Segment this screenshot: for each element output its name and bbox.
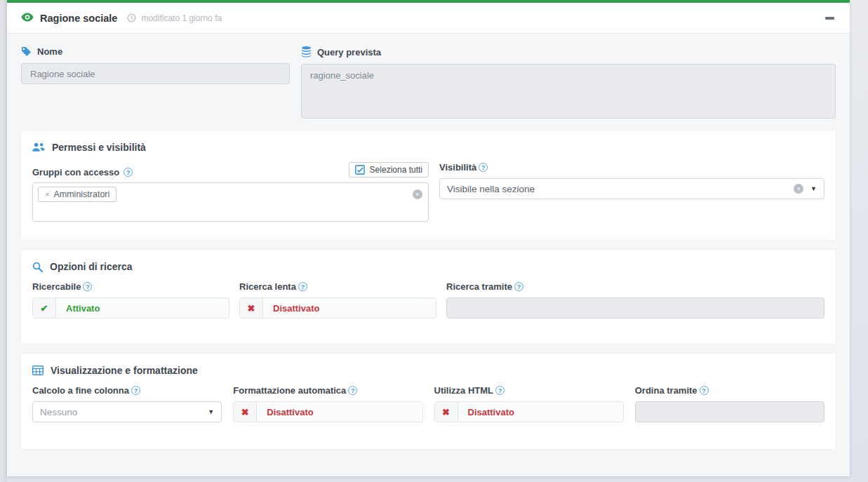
chip-remove-icon[interactable]: × — [45, 190, 49, 199]
groups-label-row: Gruppi con accesso ? — [32, 167, 133, 178]
calcolo-label-row: Calcolo a fine colonna ? — [32, 385, 222, 396]
help-icon[interactable]: ? — [83, 282, 92, 291]
visibility-select[interactable]: Visibile nella sezione × ▼ — [439, 178, 824, 199]
check-icon: ✔ — [33, 298, 56, 318]
calcolo-label: Calcolo a fine colonna — [32, 385, 129, 396]
calcolo-selected-value: Nessuno — [40, 407, 201, 417]
clear-visibility-icon[interactable]: × — [794, 184, 803, 194]
clock-icon — [127, 13, 136, 22]
nome-field-group: Nome Ragione sociale — [21, 46, 290, 119]
help-icon[interactable]: ? — [298, 282, 307, 291]
query-label: Query prevista — [317, 47, 381, 58]
nome-input[interactable]: Ragione sociale — [21, 63, 290, 84]
search-options-title: Opzioni di ricerca — [50, 261, 132, 272]
group-chip: × Amministratori — [38, 187, 116, 202]
formattazione-label-row: Formattazione automatica ? — [233, 385, 422, 396]
ricerca-lenta-status: Disattivato — [263, 298, 319, 318]
display-card-title-row: Visualizzazione e formattazione — [32, 365, 824, 376]
calcolo-select[interactable]: Nessuno ▼ — [32, 401, 222, 422]
help-icon[interactable]: ? — [514, 282, 523, 291]
help-icon[interactable]: ? — [495, 386, 505, 395]
database-icon — [301, 46, 312, 58]
permissions-title: Permessi e visibilità — [52, 142, 146, 153]
chevron-down-icon: ▼ — [208, 408, 214, 415]
field-settings-panel: Ragione sociale modificato 1 giorno fa N… — [7, 0, 850, 476]
groups-multiselect[interactable]: × Amministratori × — [32, 182, 429, 222]
formattazione-label: Formattazione automatica — [233, 385, 346, 396]
ricercabile-field-group: Ricercabile ? ✔ Attivato — [32, 281, 229, 319]
ordina-field-group: Ordina tramite ? — [635, 385, 824, 422]
ricercabile-label-row: Ricercabile ? — [32, 281, 229, 292]
collapse-button[interactable] — [824, 13, 836, 24]
users-icon — [32, 142, 45, 152]
display-formatting-card: Visualizzazione e formattazione Calcolo … — [21, 354, 836, 449]
help-icon[interactable]: ? — [123, 168, 133, 177]
select-all-label: Seleziona tutti — [370, 165, 422, 175]
select-all-button[interactable]: Seleziona tutti — [349, 162, 429, 178]
nome-label: Nome — [37, 46, 62, 57]
groups-field-group: Gruppi con accesso ? Seleziona tutti — [32, 162, 429, 222]
search-options-card: Opzioni di ricerca Ricercabile ? ✔ Attiv… — [21, 250, 836, 344]
search-card-title-row: Opzioni di ricerca — [32, 261, 824, 272]
cross-icon: ✖ — [435, 402, 458, 422]
ordina-input[interactable] — [635, 401, 824, 422]
ricercabile-toggle[interactable]: ✔ Attivato — [32, 297, 229, 319]
query-field-group: Query prevista ragione_sociale — [301, 46, 836, 119]
ricerca-lenta-label: Ricerca lenta — [239, 281, 296, 292]
help-icon[interactable]: ? — [348, 386, 357, 395]
ricerca-lenta-field-group: Ricerca lenta ? ✖ Disattivato — [239, 281, 436, 319]
ricercabile-status: Attivato — [56, 298, 100, 318]
ordina-label-row: Ordina tramite ? — [635, 385, 824, 396]
visibility-selected-value: Visibile nella sezione — [447, 184, 788, 194]
ricerca-lenta-toggle[interactable]: ✖ Disattivato — [239, 297, 436, 319]
html-label: Utilizza HTML — [434, 385, 494, 396]
query-textarea[interactable]: ragione_sociale — [301, 64, 836, 119]
group-chip-label: Amministratori — [53, 189, 109, 199]
ricerca-lenta-label-row: Ricerca lenta ? — [239, 281, 436, 292]
page-title: Ragione sociale — [40, 13, 117, 24]
ricerca-tramite-field-group: Ricerca tramite ? — [446, 281, 824, 319]
ricercabile-label: Ricercabile — [32, 281, 81, 292]
checkbox-checked-icon — [355, 165, 365, 175]
nome-label-row: Nome — [21, 46, 290, 57]
help-icon[interactable]: ? — [479, 163, 488, 172]
calcolo-field-group: Calcolo a fine colonna ? Nessuno ▼ — [32, 385, 222, 422]
search-options-grid: Ricercabile ? ✔ Attivato Ricerca lenta ?… — [32, 281, 824, 319]
panel-header: Ragione sociale modificato 1 giorno fa — [7, 3, 850, 34]
permissions-card: Permessi e visibilità Gruppi con accesso… — [21, 130, 836, 240]
basic-fields-section: Nome Ragione sociale Query prevista ragi… — [7, 34, 850, 130]
query-label-row: Query prevista — [301, 46, 836, 58]
formattazione-status: Disattivato — [257, 402, 313, 422]
minus-icon — [825, 17, 834, 20]
table-icon — [32, 366, 44, 375]
help-icon[interactable]: ? — [131, 386, 140, 395]
cross-icon: ✖ — [234, 402, 257, 422]
visibility-field-group: Visibilità ? Visibile nella sezione × ▼ — [439, 162, 824, 222]
tag-icon — [21, 46, 32, 57]
permissions-card-title-row: Permessi e visibilità — [32, 142, 824, 153]
html-status: Disattivato — [458, 402, 514, 422]
ricerca-tramite-input[interactable] — [446, 297, 824, 319]
html-label-row: Utilizza HTML ? — [434, 385, 624, 396]
html-field-group: Utilizza HTML ? ✖ Disattivato — [434, 385, 624, 422]
groups-label: Gruppi con accesso — [32, 167, 119, 178]
html-toggle[interactable]: ✖ Disattivato — [434, 401, 624, 422]
groups-header-row: Gruppi con accesso ? Seleziona tutti — [32, 162, 429, 178]
visibility-label-row: Visibilità ? — [439, 162, 824, 173]
display-formatting-title: Visualizzazione e formattazione — [51, 365, 198, 376]
ricerca-tramite-label-row: Ricerca tramite ? — [446, 281, 824, 292]
clear-groups-icon[interactable]: × — [413, 189, 422, 199]
visibility-label: Visibilità — [439, 162, 476, 173]
cross-icon: ✖ — [240, 298, 263, 318]
modified-timestamp: modificato 1 giorno fa — [141, 13, 222, 23]
eye-icon — [21, 12, 34, 25]
chevron-down-icon: ▼ — [810, 185, 817, 192]
page-left-margin — [0, 0, 7, 482]
help-icon[interactable]: ? — [700, 386, 709, 395]
ordina-label: Ordina tramite — [635, 385, 697, 396]
formattazione-toggle[interactable]: ✖ Disattivato — [233, 401, 422, 422]
permissions-grid: Gruppi con accesso ? Seleziona tutti — [32, 162, 824, 222]
ricerca-tramite-label: Ricerca tramite — [446, 281, 512, 292]
search-icon — [32, 262, 43, 272]
display-formatting-grid: Calcolo a fine colonna ? Nessuno ▼ Forma… — [32, 385, 824, 422]
